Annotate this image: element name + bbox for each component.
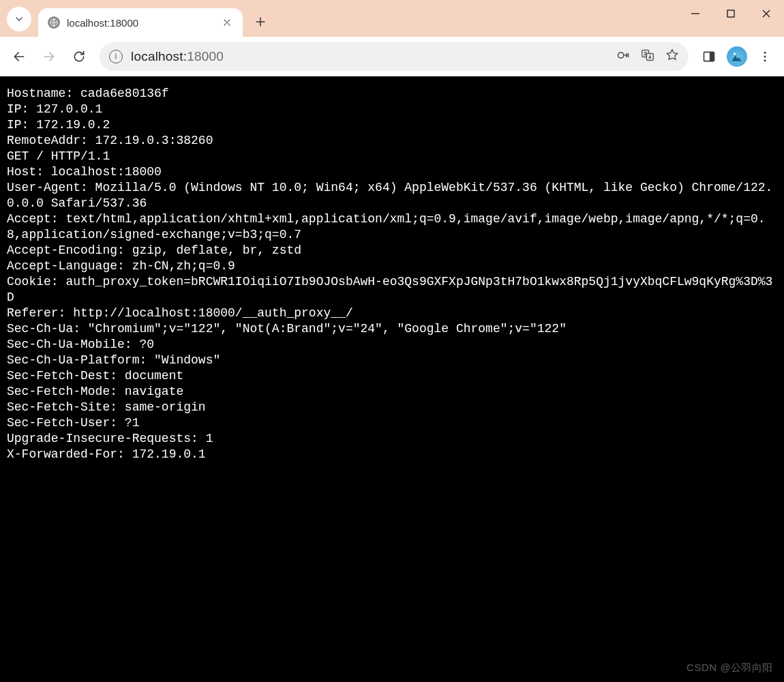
plus-icon [254, 16, 267, 28]
site-info-icon[interactable]: i [109, 50, 123, 63]
svg-rect-1 [727, 10, 734, 17]
tab-title: localhost:18000 [67, 17, 214, 29]
browser-tab[interactable]: localhost:18000 [38, 8, 243, 37]
profile-avatar[interactable] [727, 46, 747, 67]
window-maximize-button[interactable] [713, 0, 749, 27]
new-tab-button[interactable] [248, 10, 273, 34]
close-icon [222, 18, 232, 27]
browser-toolbar: i localhost:18000 [0, 37, 784, 76]
search-tabs-button[interactable] [7, 7, 31, 31]
side-panel-icon [702, 50, 716, 63]
arrow-left-icon [12, 50, 26, 63]
side-panel-button[interactable] [695, 43, 723, 70]
svg-rect-4 [646, 53, 653, 60]
arrow-right-icon [42, 50, 56, 63]
browser-titlebar: localhost:18000 [0, 0, 784, 37]
maximize-icon [726, 9, 736, 18]
svg-point-2 [618, 52, 624, 57]
more-vertical-icon [758, 50, 772, 63]
svg-point-7 [734, 53, 736, 55]
avatar-image-icon [730, 50, 744, 63]
window-minimize-button[interactable] [678, 0, 713, 27]
globe-icon [48, 16, 60, 29]
close-icon [762, 9, 771, 18]
bookmark-icon[interactable] [665, 48, 679, 65]
window-controls [678, 0, 784, 29]
reload-icon [72, 50, 86, 63]
password-manager-icon[interactable] [616, 48, 630, 65]
svg-point-8 [764, 51, 766, 53]
address-bar[interactable]: i localhost:18000 [100, 42, 689, 71]
tab-close-button[interactable] [221, 16, 233, 29]
svg-rect-6 [710, 52, 714, 61]
watermark: CSDN @公羽向阳 [687, 659, 773, 675]
window-close-button[interactable] [749, 0, 784, 27]
chevron-down-icon [14, 14, 25, 25]
translate-icon[interactable] [641, 48, 654, 65]
kebab-menu-button[interactable] [751, 43, 779, 70]
back-button[interactable] [5, 43, 33, 70]
forward-button[interactable] [35, 43, 63, 70]
url-text: localhost:18000 [131, 49, 224, 64]
minimize-icon [691, 9, 700, 18]
page-content: Hostname: cada6e80136f IP: 127.0.0.1 IP:… [0, 76, 784, 682]
svg-point-10 [764, 59, 766, 61]
reload-button[interactable] [65, 43, 93, 70]
svg-point-9 [764, 55, 766, 57]
